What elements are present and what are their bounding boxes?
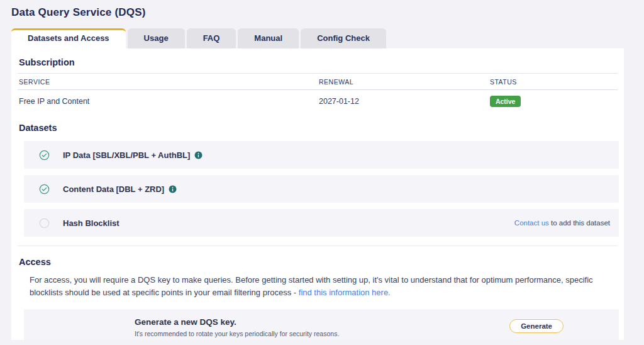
tab-usage[interactable]: Usage (128, 28, 185, 48)
contact-us-link[interactable]: Contact us (514, 219, 549, 227)
subscription-heading: Subscription (19, 57, 616, 67)
subscription-table-header: SERVICE RENEWAL STATUS (18, 73, 618, 90)
column-header-renewal: RENEWAL (318, 78, 489, 86)
find-information-link[interactable]: find this information here. (299, 288, 391, 297)
column-header-service: SERVICE (18, 78, 318, 86)
service-cell: Free IP and Content (18, 97, 318, 106)
renewal-cell: 2027-01-12 (318, 97, 489, 106)
section-divider (18, 246, 618, 246)
access-heading: Access (19, 257, 616, 267)
info-icon[interactable] (194, 151, 203, 159)
check-circle-icon (39, 184, 50, 195)
dataset-row-content-data[interactable]: Content Data [DBL + ZRD] (24, 175, 619, 203)
tab-panel-datasets-and-access: Subscription SERVICE RENEWAL STATUS Free… (11, 48, 624, 340)
generate-key-text: Generate a new DQS key. It's recommended… (135, 317, 339, 337)
subscription-table: SERVICE RENEWAL STATUS Free IP and Conte… (18, 73, 618, 113)
info-icon[interactable] (169, 185, 177, 193)
tab-config-check[interactable]: Config Check (301, 28, 386, 48)
generate-key-subtitle: It's recommended to rotate your keys per… (135, 330, 339, 337)
dataset-label: Hash Blocklist (63, 218, 119, 228)
dataset-action-text: Contact us to add this dataset (514, 219, 610, 227)
dataset-row-ip-data[interactable]: IP Data [SBL/XBL/PBL + AuthBL] (24, 141, 619, 169)
column-header-status: STATUS (489, 78, 618, 86)
generate-button-wrap: Generate (509, 317, 564, 333)
access-paragraph: For access, you will require a DQS key t… (30, 274, 605, 298)
generate-button[interactable]: Generate (509, 319, 564, 333)
subscription-table-row: Free IP and Content 2027-01-12 Active (18, 90, 618, 113)
empty-circle-icon (39, 218, 50, 229)
tab-datasets-and-access[interactable]: Datasets and Access (11, 28, 126, 48)
generate-key-title: Generate a new DQS key. (135, 317, 339, 327)
dataset-row-hash-blocklist[interactable]: Hash Blocklist Contact us to add this da… (24, 209, 619, 237)
page-title: Data Query Service (DQS) (0, 0, 644, 19)
check-circle-icon (39, 150, 50, 161)
tab-bar: Datasets and Access Usage FAQ Manual Con… (0, 28, 644, 48)
datasets-heading: Datasets (19, 123, 616, 133)
dataset-label: Content Data [DBL + ZRD] (63, 184, 177, 194)
status-badge: Active (490, 96, 521, 107)
dataset-label: IP Data [SBL/XBL/PBL + AuthBL] (63, 150, 203, 160)
tab-manual[interactable]: Manual (238, 28, 299, 48)
status-cell: Active (489, 96, 618, 107)
generate-key-row: Generate a new DQS key. It's recommended… (24, 309, 619, 340)
tab-faq[interactable]: FAQ (187, 28, 236, 48)
